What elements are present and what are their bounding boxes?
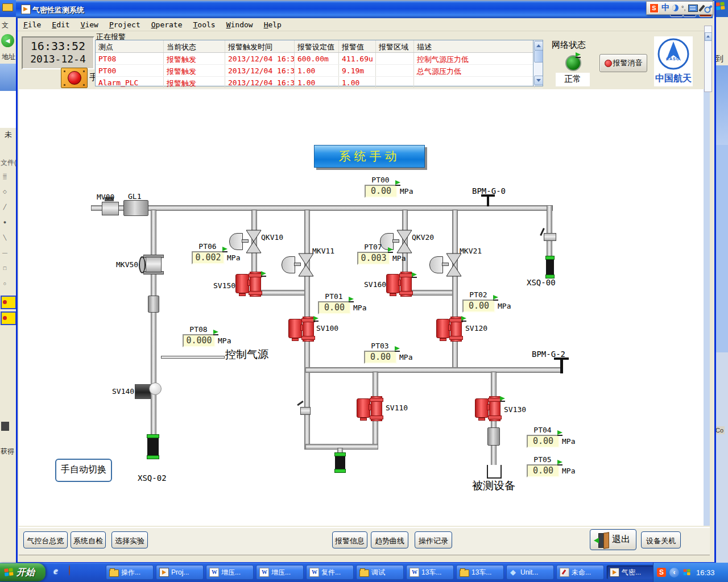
menu-help[interactable]: Help xyxy=(264,20,282,29)
system-mode-banner[interactable]: 系统手动 xyxy=(314,145,425,168)
self-check-button[interactable]: 系统自检 xyxy=(71,531,106,548)
shutdown-button[interactable]: 设备关机 xyxy=(641,531,681,548)
menu-window[interactable]: Window xyxy=(226,20,253,29)
start-button[interactable]: 开始 xyxy=(0,563,46,581)
taskbar-item-label: 气密... xyxy=(622,568,641,577)
alarm-row[interactable]: PT08报警触发2013/12/04 16:33:29600.00m411.69… xyxy=(96,53,543,65)
spray-tool-icon[interactable]: ╲ xyxy=(2,235,8,241)
trend-curve-button[interactable]: 趋势曲线 xyxy=(371,531,408,548)
color-swatch-icon[interactable] xyxy=(1,296,16,309)
ie-quicklaunch-icon[interactable]: e xyxy=(50,566,61,578)
back-arrow-icon[interactable]: ◄ xyxy=(1,34,14,47)
solenoid-leg xyxy=(360,418,367,421)
alarm-row[interactable]: PT00报警触发2013/12/04 16:33:291.009.19m总气源压… xyxy=(96,65,543,77)
operation-log-button[interactable]: 操作记录 xyxy=(415,531,452,548)
ellipse-tool-icon[interactable]: ○ xyxy=(2,281,8,287)
valve-label: SV120 xyxy=(465,324,487,332)
chinese-input-icon[interactable]: 中 xyxy=(661,3,669,13)
sogou-tray-icon[interactable]: S xyxy=(657,568,666,577)
taskbar-item[interactable]: 未命... xyxy=(556,565,604,580)
pt-unit: MPa xyxy=(400,187,413,196)
flag-icon xyxy=(261,271,268,278)
taskbar-item[interactable]: 操作... xyxy=(106,565,154,580)
folder-icon xyxy=(460,569,469,577)
taskbar-item[interactable]: 增压... xyxy=(256,565,304,580)
quicklaunch-icon[interactable] xyxy=(64,566,75,578)
alarm-cell xyxy=(376,77,414,88)
filter-gl1[interactable] xyxy=(123,200,148,216)
scroll-down-icon[interactable] xyxy=(534,76,543,85)
menu-project[interactable]: Project xyxy=(109,20,140,29)
valve-label: QKV20 xyxy=(412,233,434,242)
valve-label: SV160 xyxy=(364,280,386,289)
scrollbar-thumb[interactable] xyxy=(534,50,543,63)
valve-mkv21[interactable] xyxy=(446,253,462,277)
alarm-header-cell[interactable]: 报警触发时间 xyxy=(225,40,295,52)
taskbar-item[interactable]: 气密... xyxy=(606,565,654,580)
taskbar-item[interactable]: 调试 xyxy=(356,565,404,580)
dropper-tool-icon[interactable]: ╱ xyxy=(2,204,8,210)
pt-unit: MPa xyxy=(498,302,511,310)
alarm-header-cell[interactable]: 测点 xyxy=(96,40,164,52)
tray-icon[interactable]: ‹ xyxy=(669,568,679,577)
line-tool-icon[interactable]: — xyxy=(2,250,8,256)
wrench-icon[interactable] xyxy=(706,5,713,11)
taskbar-item[interactable]: 13车... xyxy=(456,565,504,580)
windows-update-icon[interactable] xyxy=(684,569,691,576)
rect-tool-icon[interactable]: □ xyxy=(2,265,8,272)
soft-keyboard-icon[interactable] xyxy=(688,5,698,12)
select-tool-icon[interactable]: ▒ xyxy=(2,173,8,180)
menu-tools[interactable]: Tools xyxy=(193,20,216,29)
alarm-header-cell[interactable]: 报警值 xyxy=(339,40,376,52)
small-valve[interactable] xyxy=(300,407,311,415)
pt-unit: MPa xyxy=(562,437,575,446)
punctuation-icon[interactable]: °, xyxy=(681,5,685,11)
manual-auto-switch-button[interactable]: 手自动切换 xyxy=(55,459,112,482)
alarm-mute-button[interactable]: 报警消音 xyxy=(599,54,647,72)
valve-mkv50[interactable] xyxy=(146,257,162,272)
exit-button[interactable]: 退出 xyxy=(590,529,636,550)
taskbar-item[interactable]: 复件... xyxy=(306,565,354,580)
menu-file[interactable]: File xyxy=(23,20,41,29)
menu-view[interactable]: View xyxy=(81,20,98,29)
alarm-header-cell[interactable]: 报警设定值 xyxy=(295,40,339,52)
alarm-table-scrollbar[interactable] xyxy=(533,40,543,86)
overview-button[interactable]: 气控台总览 xyxy=(23,531,68,548)
background-text: 获得 xyxy=(1,447,14,456)
alarm-header-cell[interactable]: 描述 xyxy=(414,40,535,52)
eraser-tool-icon[interactable]: ◇ xyxy=(2,189,8,195)
select-experiment-button[interactable]: 选择实验 xyxy=(111,531,148,548)
alarm-cell: 1.00 xyxy=(295,77,339,88)
delphi-icon xyxy=(510,568,518,576)
moon-icon[interactable] xyxy=(672,5,679,11)
scroll-up-icon[interactable] xyxy=(705,32,712,41)
go-button-fragment[interactable]: 到 xyxy=(715,54,723,64)
pencil-tool-icon[interactable]: ● xyxy=(2,219,8,226)
title-bar[interactable] xyxy=(16,1,713,18)
alarm-header-cell[interactable]: 当前状态 xyxy=(164,40,225,52)
scroll-up-icon[interactable] xyxy=(534,41,543,51)
alarm-header-cell[interactable]: 报警区域 xyxy=(376,40,414,52)
valve-mkv11[interactable] xyxy=(298,253,314,277)
alarm-info-button[interactable]: 报警信息 xyxy=(332,531,367,548)
valve-label: QKV10 xyxy=(261,233,283,242)
pt06-display: PT06 0.002 MPa xyxy=(192,242,254,265)
pt-value: 0.00 xyxy=(462,300,495,313)
casc-logo-text: 中国航天 xyxy=(653,73,694,85)
menu-operate[interactable]: Operate xyxy=(151,20,183,29)
red-dot-icon xyxy=(605,60,612,67)
taskbar-item[interactable]: Proj... xyxy=(156,565,204,580)
taskbar-item[interactable]: Unit... xyxy=(506,565,554,580)
taskbar-item[interactable]: 增压... xyxy=(206,565,254,580)
menu-edit[interactable]: Edit xyxy=(52,20,69,29)
sogou-icon[interactable]: S xyxy=(650,3,659,13)
valve-xsq00[interactable] xyxy=(544,233,556,241)
taskbar-item[interactable]: 13车... xyxy=(406,565,454,580)
alarm-mute-label: 报警消音 xyxy=(613,58,643,68)
alarm-row[interactable]: Alarm_PLC报警触发2013/12/04 16:33:291.001.00 xyxy=(96,77,543,89)
color-swatch-icon[interactable] xyxy=(1,311,16,325)
solenoid-sv140[interactable] xyxy=(135,384,151,399)
pt-label: PT07 xyxy=(357,243,389,251)
valve-mv00[interactable] xyxy=(102,202,119,215)
emergency-stop-button[interactable] xyxy=(61,68,88,88)
